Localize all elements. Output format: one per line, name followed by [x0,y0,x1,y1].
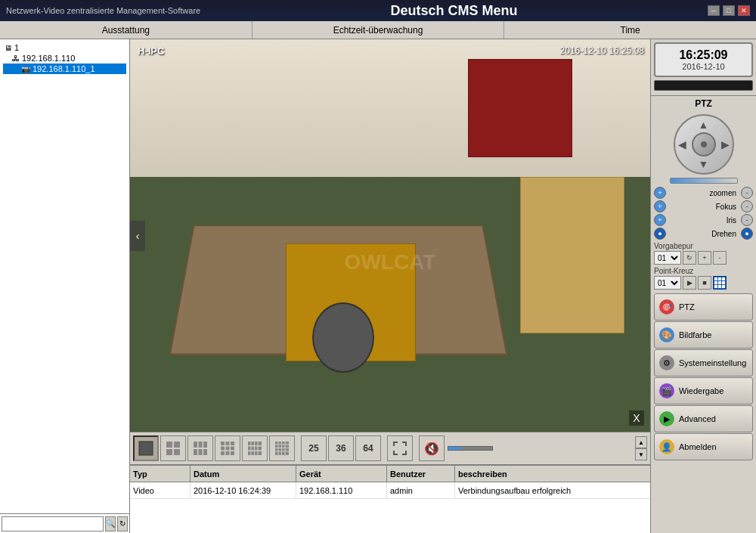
zoom-minus-button[interactable]: - [741,187,753,199]
layout-4x4-button[interactable] [269,435,295,461]
search-input[interactable] [2,516,104,531]
vorgabepur-row: 01 ↻ + - [651,250,756,265]
layout-2x2-button[interactable] [160,435,186,461]
layout-64-button[interactable]: 64 [355,435,381,461]
layout-4x3-button[interactable] [242,435,268,461]
side-system-button[interactable]: ⚙ Systemeinstellung [654,349,753,377]
svg-rect-46 [282,452,285,456]
point-kreuz-select[interactable]: 01 [654,276,681,290]
layout-3x2-button[interactable] [187,435,213,461]
menu-time[interactable]: Time [504,21,756,39]
joystick-dot [701,141,707,147]
joystick-outer[interactable]: ▲ ▼ ◀ ▶ [674,114,734,175]
maximize-button[interactable]: □ [723,5,735,16]
clock-area: 16:25:09 2016-12-10 [651,39,756,96]
fullscreen-button[interactable] [387,435,413,461]
svg-rect-27 [259,447,262,451]
tree-item-ip[interactable]: 🖧 192.168.1.110 [3,53,126,64]
svg-rect-3 [166,449,172,455]
svg-rect-9 [199,449,203,455]
point-kreuz-label: Point-Kreuz [651,265,756,275]
title-bar: Netzwerk-Video zentralisierte Management… [0,0,756,21]
volume-slider[interactable] [448,446,493,451]
svg-rect-7 [203,442,207,448]
rotate-blue2-button[interactable]: ● [741,228,753,240]
refresh-button[interactable]: ↻ [117,516,128,531]
focus-plus-button[interactable]: + [654,200,666,212]
side-abmelden-button[interactable]: 👤 Abmelden [654,433,753,460]
svg-rect-40 [275,448,278,451]
point-kreuz-play-button[interactable]: ▶ [683,276,696,290]
ptz-rotate-row: ● Drehen ● [651,227,756,240]
iris-minus-button[interactable]: - [741,214,753,226]
menu-ausstattung[interactable]: Ausstattung [0,21,253,39]
vorgabepur-add-button[interactable]: + [698,251,711,265]
svg-rect-25 [252,447,255,451]
svg-rect-17 [221,451,225,455]
col-header-typ: Typ [130,466,191,482]
video-arrow-left[interactable]: ‹ [130,221,145,251]
side-menu: 🎯 PTZ 🎨 Bildfarbe ⚙ Systemeinstellung 🎬 … [651,290,756,533]
clock-bar [654,80,753,91]
col-header-beschreiben: beschreiben [455,466,650,482]
svg-rect-24 [248,447,251,451]
svg-rect-12 [226,442,230,445]
point-kreuz-grid-button[interactable] [713,276,727,290]
video-close-button[interactable]: X [629,411,644,426]
svg-rect-42 [282,448,285,451]
zoom-plus-button[interactable]: + [654,187,666,199]
toolbar: 25 36 64 🔇 ▲ ▼ [130,432,650,465]
center-panel: H-IPC 2016-12-10 16:25:08 OWLCAT X ‹ [130,39,650,533]
ptz-menu-icon: 🎯 [659,299,674,315]
cell-typ: Video [130,482,191,498]
point-kreuz-stop-button[interactable]: ■ [698,276,711,290]
layout-1x1-button[interactable] [133,435,159,461]
focus-minus-button[interactable]: - [741,200,753,212]
menu-echtzeit[interactable]: Echtzeit-überwachung [253,21,505,39]
mute-button[interactable]: 🔇 [419,435,445,461]
ptz-label: PTZ [651,96,756,111]
ptz-speed-slider[interactable] [651,178,756,184]
svg-rect-35 [286,442,290,445]
vorgabepur-select[interactable]: 01 [654,251,681,265]
camera-simulation [130,39,650,432]
scroll-up-button[interactable]: ▲ [635,436,647,448]
side-wiedergabe-button[interactable]: 🎬 Wiedergabe [654,377,753,404]
rotate-label: Drehen [668,230,739,238]
svg-rect-23 [259,442,262,445]
svg-rect-45 [279,452,282,456]
camera-icon: 📷 [21,65,30,73]
svg-rect-30 [255,451,258,455]
rotate-blue-button[interactable]: ● [654,228,666,240]
tree-item-root[interactable]: 🖥 1 [3,42,126,53]
joystick-center[interactable] [692,132,716,156]
search-button[interactable]: 🔍 [105,516,116,531]
svg-rect-29 [252,451,255,455]
col-header-datum: Datum [191,466,296,482]
side-advanced-button[interactable]: ▶ Advanced [654,405,753,432]
iris-plus-button[interactable]: + [654,214,666,226]
cell-datum: 2016-12-10 16:24:39 [191,482,296,498]
ptz-joystick[interactable]: ▲ ▼ ◀ ▶ [651,114,756,175]
vorgabepur-remove-button[interactable]: - [713,251,727,265]
tree-item-camera[interactable]: 📷 192.168.1.110_1 [3,64,126,74]
advanced-icon: ▶ [659,411,674,426]
svg-rect-15 [226,447,230,451]
minimize-button[interactable]: ─ [708,5,720,16]
layout-36-button[interactable]: 36 [328,435,354,461]
zoom-label: zoomen [668,189,739,197]
cell-gerat: 192.168.1.110 [296,482,387,498]
layout-3x3-button[interactable] [215,435,240,461]
left-panel: 🖥 1 🖧 192.168.1.110 📷 192.168.1.110_1 🔍 … [0,39,130,533]
monitor-icon: 🖥 [5,44,12,52]
scroll-down-button[interactable]: ▼ [635,448,647,460]
vorgabepur-refresh-button[interactable]: ↻ [683,251,696,265]
layout-25-button[interactable]: 25 [301,435,327,461]
svg-rect-5 [194,442,197,448]
video-area: H-IPC 2016-12-10 16:25:08 OWLCAT X ‹ [130,39,650,432]
svg-rect-26 [255,447,258,451]
side-ptz-button[interactable]: 🎯 PTZ [654,293,753,321]
svg-rect-34 [282,442,285,445]
close-button[interactable]: ✕ [738,5,750,16]
side-bildfarbe-button[interactable]: 🎨 Bildfarbe [654,321,753,349]
